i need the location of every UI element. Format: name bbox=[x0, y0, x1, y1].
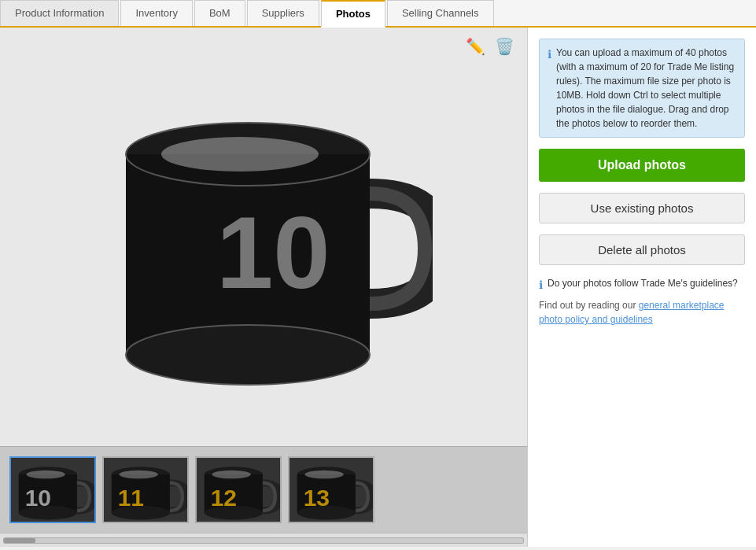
svg-text:10: 10 bbox=[216, 195, 330, 310]
info-box: ℹ You can upload a maximum of 40 photos … bbox=[539, 39, 745, 138]
svg-point-25 bbox=[304, 471, 343, 479]
svg-point-15 bbox=[119, 471, 157, 479]
svg-text:13: 13 bbox=[304, 485, 330, 511]
main-photo-container: ✏️ 🗑️ 10 bbox=[0, 28, 527, 446]
svg-text:12: 12 bbox=[211, 485, 237, 511]
thumb-mug-svg: 12 bbox=[197, 458, 280, 522]
svg-point-20 bbox=[212, 471, 250, 479]
thumbnail-strip: 10 11 12 bbox=[0, 446, 527, 533]
guidelines-title: Do your photos follow Trade Me's guideli… bbox=[548, 276, 738, 290]
main-area: ✏️ 🗑️ 10 bbox=[0, 28, 756, 547]
tab-photos[interactable]: Photos bbox=[321, 0, 385, 28]
svg-point-3 bbox=[161, 137, 319, 172]
svg-text:11: 11 bbox=[118, 485, 144, 511]
scrollbar-track[interactable] bbox=[3, 537, 524, 544]
svg-text:10: 10 bbox=[25, 485, 51, 511]
photo-panel: ✏️ 🗑️ 10 bbox=[0, 28, 528, 547]
guidelines-link[interactable]: general marketplace photo policy and gui… bbox=[539, 300, 724, 325]
thumbnail-1[interactable]: 11 bbox=[102, 456, 189, 523]
thumbnail-0[interactable]: 10 bbox=[9, 456, 96, 523]
use-existing-button[interactable]: Use existing photos bbox=[539, 193, 745, 223]
edit-button[interactable]: ✏️ bbox=[464, 35, 487, 57]
scrollbar-area bbox=[0, 533, 527, 547]
guidelines-header: ℹ Do your photos follow Trade Me's guide… bbox=[539, 276, 745, 293]
tabs-bar: Product InformationInventoryBoMSuppliers… bbox=[0, 0, 756, 28]
guidelines-box: ℹ Do your photos follow Trade Me's guide… bbox=[539, 276, 745, 327]
info-text: You can upload a maximum of 40 photos (w… bbox=[556, 46, 736, 131]
right-panel: ℹ You can upload a maximum of 40 photos … bbox=[528, 28, 756, 547]
tab-suppliers[interactable]: Suppliers bbox=[247, 0, 319, 26]
info-icon: ℹ bbox=[548, 46, 551, 131]
guidelines-body: Find out by reading our general marketpl… bbox=[539, 298, 745, 327]
thumbnail-3[interactable]: 13 bbox=[288, 456, 374, 523]
upload-photos-button[interactable]: Upload photos bbox=[539, 149, 745, 182]
guidelines-info-icon: ℹ bbox=[539, 277, 543, 293]
tab-bom[interactable]: BoM bbox=[194, 0, 245, 26]
tab-inventory[interactable]: Inventory bbox=[120, 0, 192, 26]
scrollbar-thumb[interactable] bbox=[4, 538, 35, 543]
photo-actions: ✏️ 🗑️ bbox=[464, 35, 516, 57]
thumb-mug-svg: 11 bbox=[104, 458, 187, 522]
delete-button[interactable]: 🗑️ bbox=[493, 35, 516, 57]
thumbnail-2[interactable]: 12 bbox=[195, 456, 282, 523]
tab-product-information[interactable]: Product Information bbox=[0, 0, 119, 26]
delete-all-button[interactable]: Delete all photos bbox=[539, 234, 745, 265]
thumb-mug-svg: 10 bbox=[11, 458, 94, 522]
main-photo: 10 bbox=[94, 79, 433, 394]
svg-point-10 bbox=[26, 471, 65, 479]
thumb-mug-svg: 13 bbox=[289, 458, 373, 522]
tab-selling-channels[interactable]: Selling Channels bbox=[387, 0, 494, 26]
